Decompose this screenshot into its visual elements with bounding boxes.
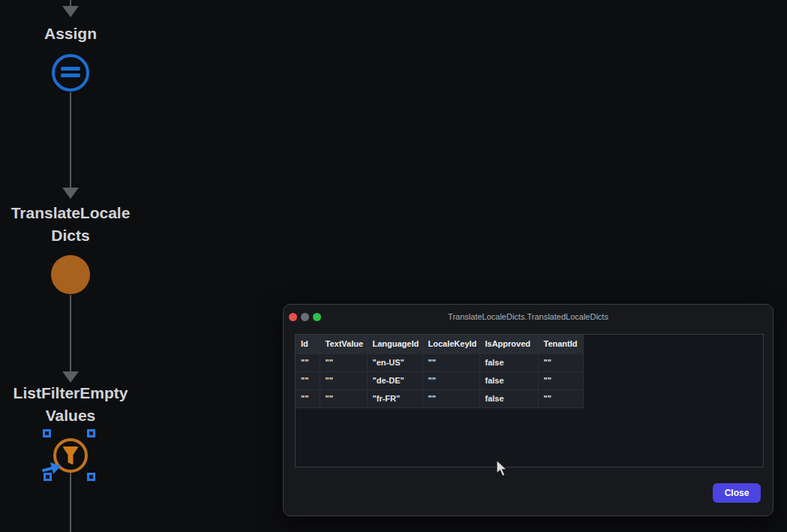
connector-line <box>70 473 71 532</box>
node-assign[interactable] <box>52 54 89 92</box>
filter-icon <box>62 446 80 466</box>
cell: "" <box>296 389 320 407</box>
column-header-isapproved: IsApproved <box>479 335 538 353</box>
node-listfilteremptyvalues-label: ListFilterEmpty Values <box>0 382 153 427</box>
connector-line <box>70 92 71 188</box>
node-translatelocaledicts-label: TranslateLocale Dicts <box>0 202 153 247</box>
cell: "en-US" <box>367 353 422 371</box>
table-header-row: Id TextValue LanguageId LocaleKeyId IsAp… <box>296 335 583 353</box>
connector-line <box>70 295 71 371</box>
node-assign-label: Assign <box>0 23 153 45</box>
flow-arrow-icon <box>62 371 79 383</box>
flow-arrow-icon <box>62 188 79 199</box>
cell: "" <box>320 389 367 407</box>
mouse-cursor <box>496 459 509 479</box>
column-header-tenantid: TenantId <box>538 335 583 353</box>
data-grid: Id TextValue LanguageId LocaleKeyId IsAp… <box>296 335 584 408</box>
data-preview-dialog: TranslateLocaleDicts.TranslatedLocaleDic… <box>283 304 773 516</box>
cell: "" <box>538 353 583 371</box>
workflow-canvas: Assign TranslateLocale Dicts ListFilterE… <box>0 0 787 532</box>
close-button[interactable]: Close <box>713 483 761 503</box>
table-row[interactable]: "" "" "fr-FR" "" false "" <box>296 389 583 407</box>
column-header-id: Id <box>296 335 320 353</box>
cell: "" <box>320 353 367 371</box>
selection-handle[interactable] <box>87 473 95 481</box>
node-translatelocaledicts[interactable] <box>51 255 90 294</box>
cell: false <box>479 371 538 389</box>
connector-line <box>70 0 71 6</box>
table-row[interactable]: "" "" "en-US" "" false "" <box>296 353 583 371</box>
cell: false <box>479 389 538 407</box>
cell: "" <box>422 371 479 389</box>
cell: "" <box>320 371 367 389</box>
flow-arrow-icon <box>62 6 79 17</box>
cell: "" <box>538 371 583 389</box>
cell: "" <box>296 371 320 389</box>
input-arrow-icon <box>38 457 65 480</box>
table-row[interactable]: "" "" "de-DE" "" false "" <box>296 371 583 389</box>
cell: "" <box>422 389 479 407</box>
selection-handle[interactable] <box>43 429 51 437</box>
cell: "fr-FR" <box>367 389 422 407</box>
cell: false <box>479 353 538 371</box>
cell: "" <box>422 353 479 371</box>
cell: "" <box>538 389 583 407</box>
column-header-textvalue: TextValue <box>320 335 367 353</box>
dialog-title: TranslateLocaleDicts.TranslatedLocaleDic… <box>284 312 773 321</box>
cell: "" <box>296 353 320 371</box>
data-grid-container: Id TextValue LanguageId LocaleKeyId IsAp… <box>295 334 764 467</box>
column-header-localekeyid: LocaleKeyId <box>422 335 479 353</box>
column-header-languageid: LanguageId <box>367 335 422 353</box>
cell: "de-DE" <box>367 371 422 389</box>
selection-handle[interactable] <box>87 429 95 437</box>
